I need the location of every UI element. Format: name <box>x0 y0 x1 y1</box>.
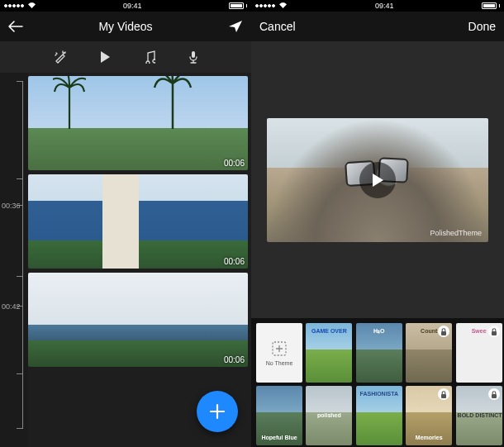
cancel-button[interactable]: Cancel <box>259 20 296 33</box>
editor-screen: 09:41 My Videos 00:36 00:42 <box>0 0 251 447</box>
clip-thumbnail[interactable]: 00:06 <box>28 76 248 170</box>
theme-count[interactable]: Count <box>406 323 452 383</box>
time-ruler: 00:36 00:42 <box>0 73 28 447</box>
preview-area: PolishedTheme <box>251 41 504 318</box>
battery-icon <box>482 2 501 9</box>
theme-swee[interactable]: Swee <box>456 323 502 383</box>
svg-rect-0 <box>192 51 195 58</box>
video-preview[interactable]: PolishedTheme <box>267 118 488 242</box>
theme-h2o[interactable]: H₂O <box>356 323 402 383</box>
wifi-icon <box>27 2 36 10</box>
preview-watermark: PolishedTheme <box>430 229 482 237</box>
status-bar: 09:41 <box>251 0 504 12</box>
clip-duration: 00:06 <box>224 159 245 168</box>
theme-memories[interactable]: Memories <box>406 386 452 445</box>
svg-rect-2 <box>441 331 446 335</box>
theme-polished[interactable]: polished <box>306 386 352 445</box>
nav-title: My Videos <box>0 20 251 33</box>
add-clip-button[interactable] <box>197 391 238 432</box>
lock-icon <box>488 326 500 337</box>
theme-gameover[interactable]: GAME OVER <box>306 323 352 383</box>
battery-icon <box>229 2 248 9</box>
editor-toolbar <box>0 41 251 73</box>
clip-thumbnail[interactable]: 00:06 <box>28 174 248 269</box>
clip-duration: 00:06 <box>224 355 245 364</box>
clip-thumbnail[interactable]: 00:06 <box>28 273 248 367</box>
theme-label: H₂O <box>356 328 402 335</box>
done-button[interactable]: Done <box>468 20 496 33</box>
back-button[interactable] <box>8 21 23 32</box>
svg-rect-3 <box>492 331 497 335</box>
effects-button[interactable] <box>54 50 67 64</box>
status-time: 09:41 <box>375 2 394 10</box>
play-icon[interactable] <box>359 162 396 198</box>
theme-bold[interactable]: BOLD DISTINCT <box>456 386 502 445</box>
ruler-label: 00:42 <box>2 302 21 311</box>
theme-label: BOLD DISTINCT <box>456 412 502 418</box>
share-button[interactable] <box>228 20 243 33</box>
themes-panel: No ThemeGAME OVERH₂OCountSweeHopeful Blu… <box>251 318 504 447</box>
ruler-label: 00:36 <box>2 202 21 210</box>
svg-rect-4 <box>441 394 446 398</box>
mic-button[interactable] <box>188 50 198 64</box>
signal-dots <box>4 2 36 10</box>
theme-label: Hopeful Blue <box>256 435 302 440</box>
music-button[interactable] <box>144 50 155 64</box>
play-button[interactable] <box>100 50 111 64</box>
timeline: 00:36 00:42 00:06 00:06 00:06 <box>0 73 251 447</box>
theme-label: GAME OVER <box>306 328 352 334</box>
theme-fashion[interactable]: FASHIONISTA <box>356 386 402 445</box>
theme-label: polished <box>306 412 352 418</box>
status-bar: 09:41 <box>0 0 251 12</box>
theme-label: No Theme <box>266 360 293 366</box>
theme-label: FASHIONISTA <box>356 391 402 397</box>
signal-dots <box>255 2 288 10</box>
svg-rect-5 <box>492 394 497 398</box>
status-time: 09:41 <box>123 2 142 10</box>
wifi-icon <box>278 2 288 10</box>
theme-screen: 09:41 Cancel Done PolishedTheme No Theme… <box>251 0 504 447</box>
lock-icon <box>488 388 500 400</box>
clip-duration: 00:06 <box>224 257 245 266</box>
theme-label: Memories <box>406 435 452 440</box>
nav-bar: Cancel Done <box>251 12 504 41</box>
theme-hopeful[interactable]: Hopeful Blue <box>256 386 302 445</box>
theme-none[interactable]: No Theme <box>256 323 302 383</box>
nav-bar: My Videos <box>0 12 251 41</box>
